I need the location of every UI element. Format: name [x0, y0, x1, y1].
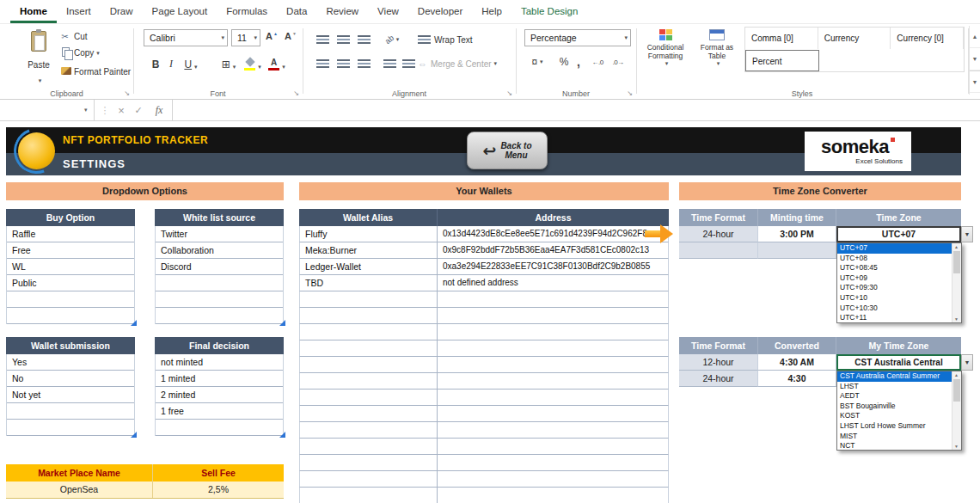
my-time-zone-option[interactable]: MIST: [837, 432, 952, 442]
converted-time-cell[interactable]: 4:30 AM: [758, 354, 836, 371]
white-list-cell[interactable]: [156, 308, 283, 324]
final-decision-cell[interactable]: 1 free: [156, 403, 283, 420]
ribbon-tab[interactable]: Insert: [57, 0, 101, 23]
final-decision-cell[interactable]: 1 minted: [156, 371, 283, 387]
my-time-zone-option[interactable]: LHST Lord Howe Summer: [837, 421, 952, 432]
ribbon-tab[interactable]: Page Layout: [143, 0, 217, 23]
middle-align-button[interactable]: [334, 31, 352, 48]
white-list-cell[interactable]: [156, 275, 283, 291]
wallet-alias-cell[interactable]: [299, 291, 437, 308]
wallet-row[interactable]: [299, 439, 669, 455]
wallet-alias-cell[interactable]: TBD: [299, 275, 437, 291]
wallet-row[interactable]: Meka:Burner 0x9c8F92bddF72b5B36Eaa4EA7F3…: [299, 242, 669, 259]
wallet-alias-cell[interactable]: [299, 390, 437, 406]
wallet-address-cell[interactable]: [437, 340, 669, 357]
white-list-cell[interactable]: Collaboration: [156, 242, 283, 259]
wallet-submission-cell[interactable]: Yes: [7, 354, 134, 371]
wallet-address-cell[interactable]: 0x13d4423dE8cEe8ee5E71c691d4239F94d2C962…: [437, 226, 669, 242]
paste-button[interactable]: Paste ▾: [21, 27, 57, 87]
empty-cell[interactable]: [758, 242, 836, 259]
my-time-zone-option[interactable]: BST Bougainville: [837, 402, 952, 412]
ribbon-tab[interactable]: Help: [472, 0, 511, 23]
wallet-alias-cell[interactable]: [299, 340, 437, 357]
wallet-address-cell[interactable]: [437, 455, 669, 471]
ribbon-tab[interactable]: Table Design: [511, 0, 587, 23]
wallet-address-cell[interactable]: 0xa3e294E22833eEE7C91C38F0130Bdf2C9b2B08…: [437, 259, 669, 275]
ribbon-tab[interactable]: Home: [10, 0, 57, 23]
align-right-button[interactable]: [354, 55, 373, 72]
align-center-button[interactable]: [334, 55, 352, 72]
wallet-address-cell[interactable]: [437, 373, 669, 390]
dropdown-scrollbar[interactable]: [952, 371, 961, 450]
time-zone-option[interactable]: UTC+11: [837, 313, 952, 322]
increase-decimal-button[interactable]: ←.0: [588, 53, 607, 71]
wallet-alias-cell[interactable]: [299, 422, 437, 439]
formula-input[interactable]: [172, 100, 980, 120]
time-zone-combobox[interactable]: UTC+07: [836, 226, 961, 242]
time-format-cell[interactable]: 24-hour: [679, 371, 758, 387]
wallet-row[interactable]: [299, 406, 669, 422]
decrease-decimal-button[interactable]: .0→: [609, 53, 628, 71]
my-time-zone-dropdown-button[interactable]: ▼: [961, 354, 973, 371]
final-decision-cell[interactable]: [156, 420, 283, 436]
top-align-button[interactable]: [313, 31, 332, 48]
time-zone-option[interactable]: UTC+08:45: [837, 263, 952, 273]
wallet-row[interactable]: [299, 422, 669, 439]
converted-time-cell[interactable]: 4:30: [758, 371, 836, 387]
wallet-row[interactable]: [299, 390, 669, 406]
wallet-row[interactable]: [299, 373, 669, 390]
bold-button[interactable]: B: [149, 53, 162, 71]
increase-indent-button[interactable]: [399, 55, 418, 72]
sell-fee-cell[interactable]: 2,5%: [152, 482, 284, 498]
buy-option-cell[interactable]: [7, 291, 134, 308]
wallet-address-cell[interactable]: [437, 471, 669, 488]
wallet-alias-cell[interactable]: [299, 357, 437, 373]
wallet-submission-cell[interactable]: Not yet: [7, 387, 134, 403]
copy-button[interactable]: Copy▾: [58, 46, 100, 60]
wallet-address-cell[interactable]: [437, 488, 669, 503]
percent-style-button[interactable]: %: [557, 53, 571, 71]
minting-time-cell[interactable]: 3:00 PM: [758, 226, 836, 242]
wallet-row[interactable]: Fluffy 0x13d4423dE8cEe8ee5E71c691d4239F9…: [299, 226, 669, 242]
wallet-alias-cell[interactable]: [299, 471, 437, 488]
time-zone-option[interactable]: UTC+10: [837, 293, 952, 304]
ribbon-tab[interactable]: Formulas: [217, 0, 277, 23]
time-zone-option[interactable]: UTC+08: [837, 254, 952, 264]
wallet-address-cell[interactable]: [437, 422, 669, 439]
wallet-alias-cell[interactable]: Fluffy: [299, 226, 437, 242]
wallet-alias-cell[interactable]: [299, 406, 437, 422]
wallet-alias-cell[interactable]: [299, 308, 437, 324]
buy-option-cell[interactable]: [7, 308, 134, 324]
dropdown-scrollbar[interactable]: [952, 243, 961, 322]
bottom-align-button[interactable]: [354, 31, 373, 48]
wallet-alias-cell[interactable]: [299, 488, 437, 503]
wrap-text-button[interactable]: Wrap Text: [418, 31, 473, 48]
gallery-more-icon[interactable]: ▼: [970, 71, 980, 93]
buy-option-cell[interactable]: Free: [7, 242, 134, 259]
time-zone-option[interactable]: UTC+09:30: [837, 283, 952, 293]
wallet-alias-cell[interactable]: [299, 439, 437, 455]
orientation-button[interactable]: ab▾: [380, 31, 404, 48]
scrollbar-thumb[interactable]: [953, 379, 960, 402]
grow-font-button[interactable]: A▲: [266, 31, 278, 41]
wallet-address-cell[interactable]: [437, 439, 669, 455]
table-resize-handle[interactable]: [131, 432, 137, 438]
italic-button[interactable]: I: [166, 53, 176, 71]
wallet-alias-cell[interactable]: [299, 324, 437, 340]
my-time-zone-option[interactable]: CST Australia Central Summer: [837, 371, 952, 382]
fill-color-button[interactable]: ▾: [242, 53, 264, 71]
cancel-icon[interactable]: ×: [113, 100, 129, 120]
wallet-alias-cell[interactable]: Meka:Burner: [299, 242, 437, 259]
align-left-button[interactable]: [313, 55, 332, 72]
table-resize-handle[interactable]: [279, 432, 285, 438]
wallet-submission-cell[interactable]: [7, 403, 134, 420]
borders-button[interactable]: ⊞▾: [217, 53, 240, 71]
dialog-launcher-icon[interactable]: ↘: [124, 90, 130, 97]
dialog-launcher-icon[interactable]: ↘: [506, 90, 512, 97]
cell-style-item[interactable]: Currency [0]: [891, 28, 964, 49]
font-family-select[interactable]: Calibri▾: [144, 29, 228, 46]
my-time-zone-option[interactable]: KOST: [837, 411, 952, 421]
name-box[interactable]: [0, 100, 95, 120]
gallery-scroll-down-icon[interactable]: ▼: [970, 48, 980, 71]
ribbon-tab[interactable]: View: [368, 0, 408, 23]
